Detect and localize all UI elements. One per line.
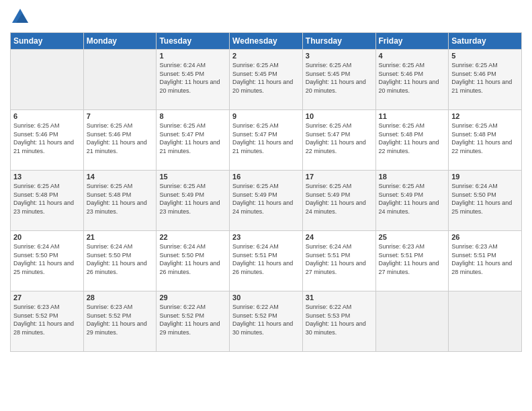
day-info: Sunrise: 6:25 AM Sunset: 5:46 PM Dayligh… — [87, 122, 154, 155]
day-number: 2 — [232, 52, 300, 60]
calendar-cell: 25Sunrise: 6:23 AM Sunset: 5:51 PM Dayli… — [375, 231, 449, 291]
weekday-saturday: Saturday — [449, 33, 522, 50]
day-number: 19 — [451, 173, 519, 181]
calendar-week-2: 6Sunrise: 6:25 AM Sunset: 5:46 PM Daylig… — [11, 110, 522, 171]
day-info: Sunrise: 6:25 AM Sunset: 5:48 PM Dayligh… — [13, 182, 81, 216]
calendar-cell: 23Sunrise: 6:24 AM Sunset: 5:51 PM Dayli… — [230, 231, 303, 291]
calendar-cell: 6Sunrise: 6:25 AM Sunset: 5:46 PM Daylig… — [11, 110, 84, 171]
day-info: Sunrise: 6:22 AM Sunset: 5:52 PM Dayligh… — [159, 303, 226, 336]
calendar-cell — [449, 291, 522, 352]
day-info: Sunrise: 6:23 AM Sunset: 5:52 PM Dayligh… — [87, 303, 154, 336]
calendar-cell: 2Sunrise: 6:25 AM Sunset: 5:45 PM Daylig… — [230, 50, 303, 110]
calendar-cell: 24Sunrise: 6:24 AM Sunset: 5:51 PM Dayli… — [302, 231, 375, 291]
day-number: 3 — [306, 52, 373, 60]
day-info: Sunrise: 6:24 AM Sunset: 5:50 PM Dayligh… — [13, 242, 81, 276]
weekday-wednesday: Wednesday — [230, 33, 303, 50]
day-number: 17 — [306, 173, 373, 181]
calendar-cell — [83, 50, 157, 110]
calendar-cell: 4Sunrise: 6:25 AM Sunset: 5:46 PM Daylig… — [375, 50, 449, 110]
day-info: Sunrise: 6:25 AM Sunset: 5:45 PM Dayligh… — [232, 61, 300, 95]
day-info: Sunrise: 6:25 AM Sunset: 5:46 PM Dayligh… — [13, 122, 81, 155]
day-info: Sunrise: 6:25 AM Sunset: 5:46 PM Dayligh… — [451, 61, 519, 95]
calendar-cell: 31Sunrise: 6:22 AM Sunset: 5:53 PM Dayli… — [302, 291, 375, 352]
calendar-cell: 20Sunrise: 6:24 AM Sunset: 5:50 PM Dayli… — [11, 231, 84, 291]
day-info: Sunrise: 6:24 AM Sunset: 5:50 PM Dayligh… — [451, 182, 519, 216]
calendar-week-4: 20Sunrise: 6:24 AM Sunset: 5:50 PM Dayli… — [11, 231, 522, 291]
calendar-cell: 30Sunrise: 6:22 AM Sunset: 5:52 PM Dayli… — [230, 291, 303, 352]
day-number: 9 — [232, 112, 300, 120]
day-number: 5 — [451, 52, 519, 60]
calendar-cell: 11Sunrise: 6:25 AM Sunset: 5:48 PM Dayli… — [375, 110, 449, 171]
day-number: 20 — [13, 233, 81, 241]
day-info: Sunrise: 6:25 AM Sunset: 5:49 PM Dayligh… — [379, 182, 446, 216]
calendar-cell — [375, 291, 449, 352]
day-info: Sunrise: 6:25 AM Sunset: 5:49 PM Dayligh… — [159, 182, 226, 216]
page: SundayMondayTuesdayWednesdayThursdayFrid… — [0, 0, 532, 411]
weekday-tuesday: Tuesday — [157, 33, 230, 50]
logo-icon — [10, 7, 30, 27]
day-info: Sunrise: 6:23 AM Sunset: 5:51 PM Dayligh… — [451, 242, 519, 276]
day-info: Sunrise: 6:25 AM Sunset: 5:49 PM Dayligh… — [306, 182, 373, 216]
day-info: Sunrise: 6:25 AM Sunset: 5:45 PM Dayligh… — [306, 61, 373, 95]
day-number: 4 — [379, 52, 446, 60]
day-info: Sunrise: 6:22 AM Sunset: 5:53 PM Dayligh… — [306, 303, 373, 336]
calendar-cell: 27Sunrise: 6:23 AM Sunset: 5:52 PM Dayli… — [11, 291, 84, 352]
day-number: 10 — [306, 112, 373, 120]
calendar-cell: 13Sunrise: 6:25 AM Sunset: 5:48 PM Dayli… — [11, 171, 84, 231]
day-number: 31 — [306, 293, 373, 302]
day-number: 25 — [379, 233, 446, 241]
day-info: Sunrise: 6:24 AM Sunset: 5:51 PM Dayligh… — [232, 242, 300, 276]
calendar-cell: 12Sunrise: 6:25 AM Sunset: 5:48 PM Dayli… — [449, 110, 522, 171]
calendar-cell: 14Sunrise: 6:25 AM Sunset: 5:48 PM Dayli… — [83, 171, 157, 231]
day-number: 13 — [13, 173, 81, 181]
day-info: Sunrise: 6:22 AM Sunset: 5:52 PM Dayligh… — [232, 303, 300, 336]
calendar: SundayMondayTuesdayWednesdayThursdayFrid… — [10, 32, 522, 352]
day-info: Sunrise: 6:25 AM Sunset: 5:47 PM Dayligh… — [306, 122, 373, 155]
calendar-cell: 5Sunrise: 6:25 AM Sunset: 5:46 PM Daylig… — [449, 50, 522, 110]
day-info: Sunrise: 6:25 AM Sunset: 5:46 PM Dayligh… — [379, 61, 446, 95]
calendar-cell: 9Sunrise: 6:25 AM Sunset: 5:47 PM Daylig… — [230, 110, 303, 171]
day-number: 15 — [159, 173, 226, 181]
day-info: Sunrise: 6:23 AM Sunset: 5:52 PM Dayligh… — [13, 303, 81, 336]
calendar-cell: 3Sunrise: 6:25 AM Sunset: 5:45 PM Daylig… — [302, 50, 375, 110]
calendar-body: 1Sunrise: 6:24 AM Sunset: 5:45 PM Daylig… — [11, 50, 522, 352]
calendar-cell: 22Sunrise: 6:24 AM Sunset: 5:50 PM Dayli… — [157, 231, 230, 291]
day-number: 24 — [306, 233, 373, 241]
day-number: 1 — [159, 52, 226, 60]
logo — [10, 7, 33, 27]
day-info: Sunrise: 6:24 AM Sunset: 5:45 PM Dayligh… — [159, 61, 226, 95]
weekday-header-row: SundayMondayTuesdayWednesdayThursdayFrid… — [11, 33, 522, 50]
weekday-thursday: Thursday — [302, 33, 375, 50]
day-number: 7 — [87, 112, 154, 120]
calendar-week-1: 1Sunrise: 6:24 AM Sunset: 5:45 PM Daylig… — [11, 50, 522, 110]
day-number: 18 — [379, 173, 446, 181]
calendar-cell: 28Sunrise: 6:23 AM Sunset: 5:52 PM Dayli… — [83, 291, 157, 352]
day-info: Sunrise: 6:25 AM Sunset: 5:48 PM Dayligh… — [451, 122, 519, 155]
calendar-cell: 18Sunrise: 6:25 AM Sunset: 5:49 PM Dayli… — [375, 171, 449, 231]
day-number: 16 — [232, 173, 300, 181]
calendar-cell: 29Sunrise: 6:22 AM Sunset: 5:52 PM Dayli… — [157, 291, 230, 352]
day-number: 26 — [451, 233, 519, 241]
header — [10, 7, 522, 27]
day-number: 8 — [159, 112, 226, 120]
day-number: 11 — [379, 112, 446, 120]
weekday-friday: Friday — [375, 33, 449, 50]
calendar-cell: 26Sunrise: 6:23 AM Sunset: 5:51 PM Dayli… — [449, 231, 522, 291]
day-info: Sunrise: 6:24 AM Sunset: 5:50 PM Dayligh… — [159, 242, 226, 276]
day-number: 21 — [87, 233, 154, 241]
calendar-cell: 17Sunrise: 6:25 AM Sunset: 5:49 PM Dayli… — [302, 171, 375, 231]
day-info: Sunrise: 6:23 AM Sunset: 5:51 PM Dayligh… — [379, 242, 446, 276]
day-info: Sunrise: 6:25 AM Sunset: 5:48 PM Dayligh… — [379, 122, 446, 155]
day-info: Sunrise: 6:25 AM Sunset: 5:49 PM Dayligh… — [232, 182, 300, 216]
day-number: 23 — [232, 233, 300, 241]
calendar-week-3: 13Sunrise: 6:25 AM Sunset: 5:48 PM Dayli… — [11, 171, 522, 231]
calendar-week-5: 27Sunrise: 6:23 AM Sunset: 5:52 PM Dayli… — [11, 291, 522, 352]
day-number: 6 — [13, 112, 81, 120]
day-info: Sunrise: 6:25 AM Sunset: 5:47 PM Dayligh… — [159, 122, 226, 155]
day-info: Sunrise: 6:24 AM Sunset: 5:51 PM Dayligh… — [306, 242, 373, 276]
day-number: 28 — [87, 293, 154, 302]
calendar-cell: 19Sunrise: 6:24 AM Sunset: 5:50 PM Dayli… — [449, 171, 522, 231]
calendar-cell: 8Sunrise: 6:25 AM Sunset: 5:47 PM Daylig… — [157, 110, 230, 171]
calendar-cell: 16Sunrise: 6:25 AM Sunset: 5:49 PM Dayli… — [230, 171, 303, 231]
day-number: 12 — [451, 112, 519, 120]
